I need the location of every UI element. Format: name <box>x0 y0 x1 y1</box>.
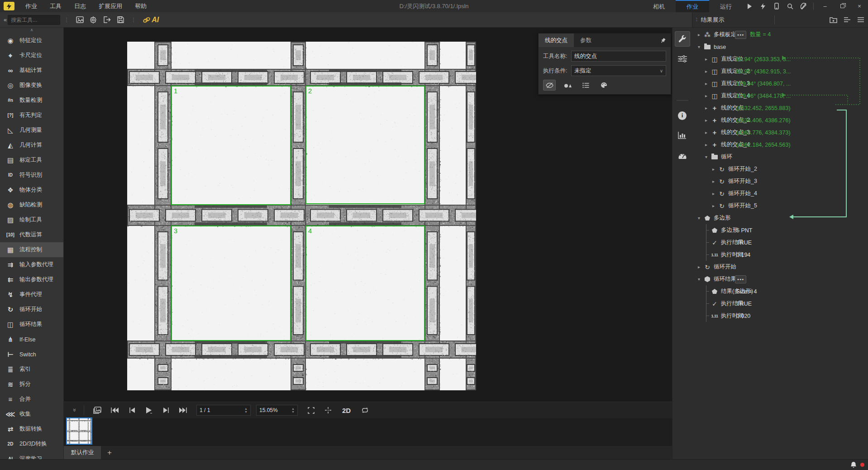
sidebar-item-loop-result[interactable]: ◫循环结果 <box>0 317 63 332</box>
sidebar-item-merge[interactable]: ≡合并 <box>0 392 63 407</box>
expander-collapsed-icon[interactable]: ▸ <box>703 142 710 147</box>
play-button[interactable] <box>141 404 157 417</box>
expander-collapsed-icon[interactable]: ▸ <box>703 130 710 135</box>
sidebar-scroll-down-icon[interactable]: ∨ <box>0 442 63 447</box>
tab-tool-result[interactable]: 线的交点 <box>539 34 574 47</box>
sidebar-item-switch[interactable]: ⊢Switch <box>0 347 63 362</box>
expander-expanded-icon[interactable]: ▾ <box>696 216 702 221</box>
list-menu-icon[interactable] <box>857 17 864 23</box>
tree-row[interactable]: 多边形5 PNT <box>692 224 868 236</box>
sidebar-item-presence-check[interactable]: [?]有无判定 <box>0 108 63 123</box>
tree-row[interactable]: ▸↻循环开始_3 <box>692 175 868 187</box>
menu-item[interactable]: 作业 <box>19 0 43 12</box>
image-source-icon[interactable] <box>73 14 86 26</box>
tree-row[interactable]: ✓执行结果TRUE <box>692 297 868 310</box>
expander-collapsed-icon[interactable]: ▸ <box>703 106 710 110</box>
tree-row[interactable]: 结果(多边形)Size = 4 <box>692 285 868 297</box>
sidebar-item-caliper-locate[interactable]: ⌖卡尺定位 <box>0 48 63 63</box>
fit-view-icon[interactable] <box>303 404 319 417</box>
expander-expanded-icon[interactable]: ▾ <box>696 277 702 282</box>
expander-expanded-icon[interactable]: ▾ <box>703 154 710 159</box>
notification-bell-icon[interactable] <box>850 461 857 468</box>
device-sync-icon[interactable] <box>770 0 783 12</box>
tree-row[interactable]: ▾循环结果●●● <box>692 273 868 285</box>
expander-collapsed-icon[interactable]: ▸ <box>696 32 702 37</box>
run-once-icon[interactable] <box>743 0 756 12</box>
hide-overlay-icon[interactable] <box>543 80 556 91</box>
sidebar-item-ai-deeplearn[interactable]: AI深度学习 <box>0 451 63 459</box>
sidebar-item-defect-detect[interactable]: ◍缺陷检测 <box>0 197 63 212</box>
menu-item[interactable]: 帮助 <box>129 0 153 12</box>
sidebar-item-collect[interactable]: ⋘收集 <box>0 407 63 422</box>
sidebar-item-basic-calc[interactable]: ∞基础计算 <box>0 63 63 78</box>
tree-row[interactable]: ▸+线的交点(2632.452, 2655.883) <box>692 102 868 114</box>
expander-collapsed-icon[interactable]: ▸ <box>703 93 710 98</box>
sidebar-item-if-else[interactable]: ⋔If-Else <box>0 332 63 347</box>
frame-thumbnail[interactable] <box>66 417 92 445</box>
spinner-arrows-icon[interactable]: ▲▼ <box>240 407 248 413</box>
expander-collapsed-icon[interactable]: ▸ <box>710 203 717 208</box>
skip-start-icon[interactable] <box>107 404 122 417</box>
nav-tab-run[interactable]: 运行 <box>709 0 743 12</box>
expander-collapsed-icon[interactable]: ▸ <box>710 179 717 184</box>
sidebar-item-input-param-proxy[interactable]: ⇉输入参数代理 <box>0 257 63 272</box>
view-mode-2d-button[interactable]: 2D <box>338 407 355 414</box>
sidebar-item-geometry-measure[interactable]: ◺几何测量 <box>0 123 63 138</box>
histogram-icon[interactable] <box>675 128 690 143</box>
center-view-icon[interactable] <box>320 404 336 417</box>
sidebar-item-image-transform[interactable]: ◎图像变换 <box>0 78 63 93</box>
sidebar-item-calibration-tool[interactable]: ▤标定工具 <box>0 153 63 168</box>
collapse-sidebar-icon[interactable]: « <box>4 16 6 23</box>
search-icon[interactable] <box>783 0 797 12</box>
tool-name-input[interactable]: 线的交点 <box>571 51 666 62</box>
search-input[interactable] <box>8 15 60 25</box>
panel-drag-handle[interactable]: ⁞ <box>696 19 697 20</box>
nav-tab-job[interactable]: 作业 <box>676 0 709 12</box>
tree-row[interactable]: ▸↻循环开始_2 <box>692 163 868 175</box>
mouse-disable-icon[interactable] <box>797 0 811 12</box>
tree-row[interactable]: ▸↻循环开始_5 <box>692 200 868 212</box>
expander-collapsed-icon[interactable]: ▸ <box>703 81 710 86</box>
expander-collapsed-icon[interactable]: ▸ <box>703 69 710 74</box>
filter-sliders-icon[interactable] <box>675 51 690 67</box>
tree-row[interactable]: ▸◫直线定位89.94° (2633.353, 3... <box>692 53 868 65</box>
tree-row[interactable]: ▸⁂多模板定位●●●数量 = 4 <box>692 29 868 41</box>
sidebar-item-count-detect[interactable]: #n数量检测 <box>0 93 63 108</box>
sidebar-item-object-classify[interactable]: ❖物体分类 <box>0 182 63 197</box>
tool-settings-wrench-icon[interactable] <box>675 31 690 47</box>
sidebar-item-symbol-recognition[interactable]: ID符号识别 <box>0 168 63 182</box>
tree-row[interactable]: 1.11执行时间0.194 <box>692 249 868 261</box>
export-icon[interactable] <box>100 14 114 26</box>
sidebar-item-feature-locate[interactable]: ◉特征定位 <box>0 33 63 48</box>
expander-collapsed-icon[interactable]: ▸ <box>696 264 702 269</box>
image-viewport[interactable]: 线的交点 参数 工具名称: 线的交点 执行条件: <box>64 28 672 402</box>
menu-item[interactable]: 扩展应用 <box>92 0 129 12</box>
expander-collapsed-icon[interactable]: ▸ <box>703 118 710 123</box>
tab-default-job[interactable]: 默认作业 <box>64 446 101 459</box>
add-group-icon[interactable] <box>830 17 837 23</box>
tree-row[interactable]: ▸◫直线定位_3179.94° (3496.807, ... <box>692 77 868 90</box>
sidebar-item-algebra[interactable]: [10]代数运算 <box>0 227 63 242</box>
sidebar-item-loop-start[interactable]: ↻循环开始 <box>0 302 63 317</box>
pin-panel-icon[interactable] <box>660 34 671 47</box>
expander-expanded-icon[interactable]: ▾ <box>696 44 702 49</box>
next-frame-icon[interactable] <box>158 404 174 417</box>
restore-button[interactable] <box>834 0 851 12</box>
spinner-arrows-icon[interactable]: ▲▼ <box>287 407 295 413</box>
tree-row[interactable]: 1.11执行时间0.020 <box>692 310 868 322</box>
collapse-tree-icon[interactable] <box>844 17 851 23</box>
nav-tab-camera[interactable]: 相机 <box>642 0 676 12</box>
menu-item[interactable]: 日志 <box>68 0 92 12</box>
skip-end-icon[interactable] <box>176 404 191 417</box>
minimize-button[interactable]: – <box>816 0 834 12</box>
sidebar-item-split[interactable]: ≋拆分 <box>0 377 63 392</box>
frame-counter[interactable]: 1 / 1 ▲▼ <box>196 405 251 416</box>
image-list-icon[interactable] <box>90 404 105 417</box>
sidebar-item-draw-tool[interactable]: ▨绘制工具 <box>0 212 63 227</box>
tree-row[interactable]: ▸◫直线定位_289.95° (4362.915, 3... <box>692 65 868 77</box>
tree-row[interactable]: ▸↻循环开始_4 <box>692 187 868 200</box>
tree-row[interactable]: ▾多边形 <box>692 212 868 224</box>
sidebar-item-flow-control[interactable]: ▦流程控制 <box>0 242 63 257</box>
add-job-button[interactable]: + <box>101 446 118 459</box>
more-options-button[interactable]: ●●● <box>735 275 746 283</box>
